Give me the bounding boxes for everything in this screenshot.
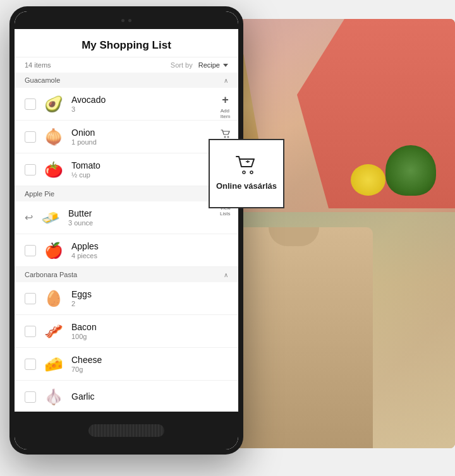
item-qty-cheese: 70g <box>71 366 228 373</box>
item-qty-tomato: ½ cup <box>71 171 228 179</box>
online-badge-label: Online vásárlás <box>216 181 277 192</box>
list-item: ↩ 🧈 Butter 3 ounce <box>15 201 238 234</box>
speaker-grill <box>88 424 164 437</box>
list-item: 🧄 Garlic <box>15 381 238 412</box>
sort-value: Recipe <box>198 61 220 69</box>
add-icon: + <box>222 93 229 107</box>
sort-by-label: Sort by <box>171 61 193 69</box>
section-apple-pie[interactable]: Apple Pie <box>15 186 238 201</box>
section-carbonara-chevron: ∧ <box>224 271 228 278</box>
add-item-label: AddItem <box>221 108 231 119</box>
item-checkbox-eggs[interactable] <box>25 293 36 304</box>
online-shopping-badge[interactable]: Online vásárlás <box>209 139 284 208</box>
item-name-apples: Apples <box>71 241 228 251</box>
section-guacamole[interactable]: Guacamole ∧ <box>15 73 238 88</box>
app-title: My Shopping List <box>25 39 228 52</box>
item-qty-butter: 3 ounce <box>68 219 228 227</box>
app-header: My Shopping List <box>15 29 238 57</box>
camera-dot-1 <box>121 19 124 22</box>
app-content: My Shopping List 14 items Sort by Recipe… <box>15 29 238 412</box>
item-checkbox-bacon[interactable] <box>25 326 36 337</box>
add-item-button[interactable]: + AddItem <box>217 88 234 124</box>
svg-point-1 <box>250 171 253 174</box>
list-item: 🥑 Avocado 3 <box>15 88 238 121</box>
item-qty-apples: 4 pieces <box>71 252 228 259</box>
item-name-avocado: Avocado <box>71 95 228 105</box>
device-screen: My Shopping List 14 items Sort by Recipe… <box>15 11 238 449</box>
list-item: 🧀 Cheese 70g <box>15 348 238 381</box>
item-checkbox-onion[interactable] <box>25 131 36 143</box>
items-count: 14 items <box>25 61 51 69</box>
app-toolbar: 14 items Sort by Recipe <box>15 57 238 73</box>
section-guacamole-label: Guacamole <box>25 76 60 84</box>
avocado-icon: 🥑 <box>42 95 65 113</box>
item-checkbox-cheese[interactable] <box>25 359 36 370</box>
item-name-eggs: Eggs <box>71 289 228 299</box>
list-item: 🥓 Bacon 100g <box>15 315 238 348</box>
apples-icon: 🍎 <box>42 242 65 259</box>
item-qty-avocado: 3 <box>71 105 228 113</box>
item-name-butter: Butter <box>68 208 228 218</box>
item-name-garlic: Garlic <box>71 391 228 402</box>
onion-icon: 🧅 <box>42 128 65 146</box>
item-name-bacon: Bacon <box>71 322 228 332</box>
svg-point-0 <box>243 171 245 174</box>
list-item: 🍎 Apples 4 pieces <box>15 234 238 267</box>
svg-point-4 <box>224 136 226 138</box>
camera-dot-2 <box>128 19 131 22</box>
section-carbonara[interactable]: Carbonara Pasta ∧ <box>15 267 238 282</box>
butter-icon: 🧈 <box>39 209 62 227</box>
section-guacamole-chevron: ∧ <box>224 77 228 84</box>
sort-by-control[interactable]: Sort by Recipe <box>171 61 228 69</box>
item-qty-bacon: 100g <box>71 333 228 340</box>
device-bottom-bar <box>15 412 238 449</box>
bacon-icon: 🥓 <box>42 323 65 340</box>
eggs-icon: 🥚 <box>42 290 65 307</box>
shopping-list: Guacamole ∧ 🥑 Avocado 3 🧅 Onion <box>15 73 238 412</box>
undo-icon[interactable]: ↩ <box>25 211 33 223</box>
item-qty-onion: 1 pound <box>71 138 228 146</box>
item-checkbox-garlic[interactable] <box>25 391 36 403</box>
item-checkbox-apples[interactable] <box>25 245 36 256</box>
svg-point-5 <box>228 136 229 138</box>
section-apple-pie-label: Apple Pie <box>25 190 54 198</box>
list-item: 🍅 Tomato ½ cup <box>15 153 238 186</box>
garlic-icon: 🧄 <box>42 388 65 406</box>
item-checkbox-tomato[interactable] <box>25 164 36 176</box>
item-name-cheese: Cheese <box>71 355 228 365</box>
section-carbonara-label: Carbonara Pasta <box>25 271 77 278</box>
cart-icon <box>235 155 258 179</box>
item-name-tomato: Tomato <box>71 160 228 170</box>
device-top-bar <box>15 11 238 29</box>
item-name-onion: Onion <box>71 128 228 138</box>
cheese-icon: 🧀 <box>42 355 65 373</box>
tomato-icon: 🍅 <box>42 161 65 179</box>
sort-chevron-icon <box>223 64 228 67</box>
list-item: 🧅 Onion 1 pound <box>15 121 238 153</box>
item-qty-eggs: 2 <box>71 300 228 307</box>
device-frame: My Shopping List 14 items Sort by Recipe… <box>9 6 243 455</box>
list-item: 🥚 Eggs 2 <box>15 282 238 315</box>
item-checkbox-avocado[interactable] <box>25 98 36 110</box>
